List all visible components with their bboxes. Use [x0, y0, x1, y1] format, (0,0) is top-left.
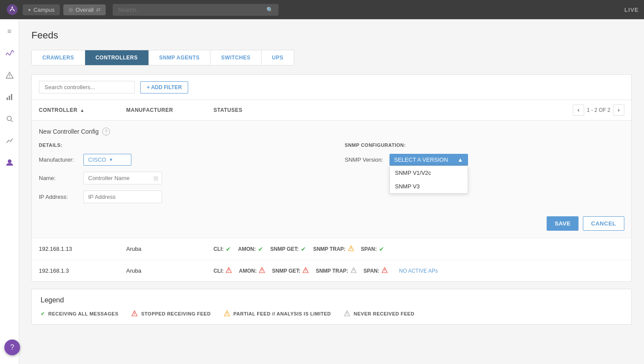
amon-status-1: AMON: ✔	[238, 246, 263, 253]
snmp-get-check-icon-1: ✔	[301, 246, 306, 253]
sidebar: ≡	[0, 19, 19, 364]
tab-ups[interactable]: UPS	[262, 50, 294, 65]
legend-label-1: STOPPED RECEIVING FEED	[141, 311, 210, 316]
logo	[5, 3, 19, 17]
amon-check-icon-1: ✔	[258, 246, 263, 253]
campus-label: Campus	[34, 7, 55, 13]
span-status-1: SPAN: ✔	[361, 246, 384, 253]
manufacturer-field-row: Manufacturer: CISCO ▼	[39, 154, 319, 166]
controllers-search-input[interactable]	[39, 81, 135, 94]
help-circle-button[interactable]: ?	[19, 340, 20, 355]
snmp-get-status-2: SNMP GET:	[272, 267, 309, 274]
svg-point-4	[9, 77, 10, 78]
svg-point-25	[353, 271, 354, 272]
legend-warn-red-icon	[131, 310, 138, 317]
row-manufacturer-2: Aruba	[126, 267, 214, 274]
content-box: + ADD FILTER CONTROLLER ▲ MANUFACTURER S…	[31, 74, 632, 282]
tab-controllers[interactable]: CONTROLLERS	[85, 50, 149, 65]
sort-arrow-icon: ▲	[80, 108, 84, 113]
col-header-controller[interactable]: CONTROLLER ▲	[39, 107, 126, 113]
amon-warn-icon-2	[259, 267, 265, 274]
snmp-trap-label-2: SNMP TRAP:	[316, 268, 348, 274]
top-nav: ● Campus ◎ Overall ⇄ 🔍 LIVE	[0, 0, 644, 19]
controller-name-input[interactable]	[83, 172, 162, 184]
sidebar-search-icon[interactable]	[3, 112, 17, 126]
tab-switches[interactable]: SWITCHES	[210, 50, 261, 65]
prev-page-btn[interactable]: ‹	[573, 104, 584, 116]
details-section: DETAILS: Manufacturer: CISCO ▼ Name:	[39, 142, 319, 209]
snmp-get-warn-icon-2	[303, 267, 309, 274]
sidebar-alert-icon[interactable]	[3, 68, 17, 82]
legend-warn-gray-icon	[344, 310, 350, 317]
sidebar-trend-icon[interactable]	[3, 134, 17, 148]
snmp-version-container: SELECT A VERSION ▲ SNMP V1/V2c SNMP V3	[389, 154, 468, 166]
cancel-button[interactable]: CANCEL	[583, 216, 624, 231]
svg-rect-7	[11, 94, 12, 100]
svg-rect-5	[7, 97, 8, 100]
snmp-version-label: SNMP Version:	[345, 156, 384, 163]
col-header-manufacturer: MANUFACTURER	[126, 107, 214, 113]
legend-check-icon: ✔	[41, 311, 45, 317]
col-header-statuses: STATUSES	[214, 107, 573, 113]
manufacturer-chevron-icon: ▼	[109, 157, 113, 162]
sidebar-menu-icon[interactable]: ≡	[3, 24, 17, 38]
help-icon[interactable]: ?	[102, 128, 110, 135]
tab-crawlers[interactable]: CRAWLERS	[32, 50, 85, 65]
svg-rect-6	[9, 96, 10, 100]
row-ip-2: 192.168.1.3	[39, 267, 126, 274]
cli-check-icon-1: ✔	[226, 246, 231, 253]
pagination: ‹ 1 - 2 OF 2 ›	[573, 104, 624, 116]
sidebar-chart-icon[interactable]	[3, 90, 17, 104]
table-row: 192.168.1.3 Aruba CLI: AMON:	[32, 260, 631, 281]
legend-title: Legend	[41, 296, 623, 304]
span-label-1: SPAN:	[361, 246, 377, 252]
name-label: Name:	[39, 175, 78, 181]
cli-warn-icon-2	[226, 267, 232, 274]
legend-item-never: NEVER RECEIVED FEED	[344, 310, 414, 317]
snmp-section-title: SNMP CONFIGURATION:	[345, 142, 625, 148]
config-form-title: New Controller Config ?	[39, 128, 624, 135]
snmp-trap-status-1: SNMP TRAP:	[313, 245, 354, 253]
span-status-2: SPAN:	[364, 267, 388, 274]
legend-item-check: ✔ RECEIVING ALL MESSAGES	[41, 310, 118, 317]
span-check-icon-1: ✔	[379, 246, 384, 253]
snmp-trap-label-1: SNMP TRAP:	[313, 246, 345, 252]
amon-status-2: AMON:	[239, 267, 265, 274]
page-info: 1 - 2 OF 2	[587, 107, 610, 113]
search-input[interactable]	[118, 7, 263, 13]
snmp-version-select[interactable]: SELECT A VERSION ▲	[389, 154, 468, 166]
add-filter-button[interactable]: + ADD FILTER	[140, 81, 188, 94]
ip-address-input[interactable]	[83, 191, 162, 203]
table-row: 192.168.1.13 Aruba CLI: ✔ AMON: ✔ SNMP G…	[32, 238, 631, 260]
save-button[interactable]: SAVE	[547, 216, 578, 231]
legend-label-2: PARTIAL FEED // ANALYSIS IS LIMITED	[234, 311, 331, 316]
snmp-section: SNMP CONFIGURATION: SNMP Version: SELECT…	[345, 142, 625, 209]
page-title: Feeds	[31, 30, 632, 41]
amon-label-2: AMON:	[239, 268, 257, 274]
snmp-option-v3[interactable]: SNMP V3	[390, 180, 468, 193]
cli-status-2: CLI:	[214, 267, 232, 274]
snmp-version-field-row: SNMP Version: SELECT A VERSION ▲ SNMP V1…	[345, 154, 625, 166]
search-bar: 🔍	[113, 4, 279, 16]
snmp-version-placeholder: SELECT A VERSION	[394, 156, 448, 163]
row-statuses-1: CLI: ✔ AMON: ✔ SNMP GET: ✔ SNMP TRAP:	[214, 245, 624, 253]
tab-snmp-agents[interactable]: SNMP AGENTS	[149, 50, 211, 65]
sidebar-activity-icon[interactable]	[3, 46, 17, 60]
snmp-option-v1v2c[interactable]: SNMP V1/V2c	[390, 166, 468, 180]
cli-status-1: CLI: ✔	[214, 246, 231, 253]
span-warn-icon-2	[382, 267, 388, 274]
svg-point-13	[351, 250, 351, 250]
campus-btn[interactable]: ● Campus	[23, 4, 60, 15]
svg-point-22	[306, 271, 306, 272]
svg-point-0	[7, 4, 18, 15]
manufacturer-select[interactable]: CISCO ▼	[83, 154, 131, 166]
ip-label: IP Address:	[39, 194, 78, 200]
snmp-get-label-2: SNMP GET:	[272, 268, 300, 274]
form-actions: SAVE CANCEL	[39, 216, 624, 231]
next-page-btn[interactable]: ›	[613, 104, 624, 116]
span-label-2: SPAN:	[364, 268, 379, 274]
sidebar-user-icon[interactable]	[3, 156, 17, 170]
overall-btn[interactable]: ◎ Overall ⇄	[63, 4, 106, 15]
legend-items: ✔ RECEIVING ALL MESSAGES STOPPED RECEIVI…	[41, 310, 623, 317]
snmp-chevron-icon: ▲	[458, 156, 463, 163]
